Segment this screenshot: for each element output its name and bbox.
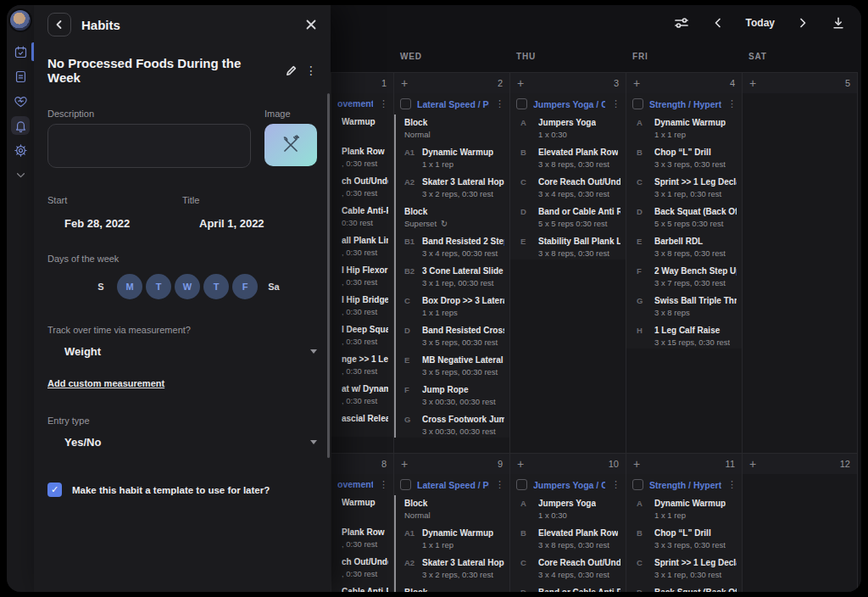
back-button[interactable] bbox=[47, 13, 71, 36]
exercise-row[interactable]: A Dynamic Warmup 1 x 1 rep bbox=[637, 498, 737, 522]
workout-card[interactable]: Jumpers Yoga / Core ⋮ A bbox=[510, 93, 626, 259]
add-workout-button[interactable]: + bbox=[517, 77, 524, 89]
workout-title[interactable]: Strength / Hypertro... bbox=[649, 480, 721, 490]
workout-menu-icon[interactable]: ⋮ bbox=[611, 99, 620, 109]
workout-title[interactable]: Jumpers Yoga / Core bbox=[533, 99, 605, 109]
exercise-row[interactable]: F 2 Way Bench Step Up 3 x 7 reps, 0:30 r… bbox=[637, 265, 737, 289]
exercise-row[interactable]: D Back Squat (Back Off Set) 5 x 5 reps 0… bbox=[637, 587, 737, 592]
exercise-row[interactable]: Block Superset↻ bbox=[404, 587, 504, 592]
health-heart-icon[interactable] bbox=[11, 92, 30, 110]
exercise-row[interactable]: Plank Row , 0:30 rest bbox=[342, 146, 388, 170]
exercise-row[interactable]: A2 Skater 3 Lateral Hops >> ... 3 x 2 re… bbox=[404, 176, 504, 200]
workout-menu-icon[interactable]: ⋮ bbox=[495, 480, 504, 489]
exercise-row[interactable]: D Band or Cable Anti Rotati... 5 x 5 rep… bbox=[520, 206, 620, 230]
day-cell[interactable]: 8 ovement Q... ⋮ bbox=[331, 454, 393, 592]
exercise-row[interactable]: ch Out/Under , 0:30 rest bbox=[342, 556, 388, 580]
workout-checkbox[interactable] bbox=[400, 98, 411, 109]
workout-card[interactable]: Lateral Speed / Plyo ⋮ bbox=[394, 93, 509, 438]
exercise-row[interactable]: C Sprint >> 1 Leg Declarations 3 x 1 rep… bbox=[637, 176, 737, 200]
download-icon[interactable] bbox=[831, 15, 846, 31]
add-workout-button[interactable]: + bbox=[401, 77, 408, 89]
day-pill[interactable]: Sa bbox=[261, 274, 287, 299]
template-checkbox[interactable]: ✓ bbox=[47, 483, 62, 497]
prev-week-chevron-icon[interactable] bbox=[712, 17, 724, 29]
workout-title[interactable]: Strength / Hypertro... bbox=[649, 99, 721, 109]
modal-scrollbar[interactable] bbox=[327, 93, 330, 458]
exercise-row[interactable]: C Core Reach Out/Under 3 x 4 reps, 0:30 … bbox=[520, 557, 620, 581]
description-input[interactable] bbox=[47, 124, 251, 168]
workout-title[interactable]: ovement Q... bbox=[337, 98, 373, 109]
day-pill[interactable]: M bbox=[117, 274, 142, 299]
exercise-row[interactable]: Block Superset↻ bbox=[404, 206, 504, 230]
exercise-row[interactable]: C Box Drop >> 3 Lateral H... 1 x 1 reps bbox=[404, 295, 504, 319]
workout-menu-icon[interactable]: ⋮ bbox=[727, 99, 737, 109]
exercise-row[interactable]: A Dynamic Warmup 1 x 1 rep bbox=[637, 117, 737, 141]
add-workout-button[interactable]: + bbox=[517, 458, 524, 470]
exercise-row[interactable]: nge >> 1 Leg St... , 0:30 rest bbox=[342, 354, 388, 377]
day-pill[interactable]: T bbox=[146, 274, 171, 299]
calendar-check-icon[interactable] bbox=[11, 42, 30, 61]
exercise-row[interactable]: Plank Row , 0:30 rest bbox=[342, 527, 388, 550]
today-button[interactable]: Today bbox=[746, 17, 775, 29]
edit-pencil-icon[interactable] bbox=[286, 65, 297, 76]
exercise-row[interactable]: A2 Skater 3 Lateral Hops >> ... 3 x 2 re… bbox=[404, 557, 504, 581]
habit-image-tile[interactable] bbox=[264, 124, 317, 166]
entry-type-select[interactable]: Yes/No bbox=[47, 436, 317, 449]
add-workout-button[interactable]: + bbox=[633, 77, 640, 89]
habit-menu-icon[interactable]: ⋮ bbox=[305, 64, 317, 76]
workout-menu-icon[interactable]: ⋮ bbox=[379, 99, 388, 109]
workout-card[interactable]: Lateral Speed / Plyo ⋮ bbox=[394, 474, 509, 592]
exercise-row[interactable]: D Back Squat (Back Off Set) 5 x 5 reps 0… bbox=[637, 206, 737, 230]
exercise-row[interactable]: Cable Anti-Rotati... 0:30 rest bbox=[342, 205, 388, 229]
end-date-value[interactable]: April 1, 2022 bbox=[199, 217, 317, 230]
exercise-row[interactable]: all Plank Linear ... , 0:30 rest bbox=[342, 235, 388, 259]
exercise-row[interactable]: at w/ Dynamic P... , 0:30 rest bbox=[342, 383, 388, 407]
exercise-row[interactable]: E Barbell RDL 3 x 8 reps, 0:30 rest bbox=[637, 236, 737, 259]
day-cell[interactable]: 1 ovement Q... ⋮ bbox=[331, 73, 393, 453]
workout-menu-icon[interactable]: ⋮ bbox=[727, 480, 737, 489]
document-icon[interactable] bbox=[11, 67, 30, 86]
exercise-row[interactable]: G Swiss Ball Triple Threat 3 x 8 reps bbox=[637, 295, 737, 319]
day-cell[interactable]: + 11 Strength / Hypertro... ⋮ bbox=[626, 454, 742, 592]
next-week-chevron-icon[interactable] bbox=[797, 17, 809, 29]
day-cell[interactable]: + 4 Strength / Hypertro... ⋮ bbox=[626, 73, 742, 453]
exercise-row[interactable]: E MB Negative Lateral Hop... 3 x 5 reps,… bbox=[404, 354, 504, 378]
add-custom-measurement-link[interactable]: Add custom measurement bbox=[47, 378, 164, 388]
workout-checkbox[interactable] bbox=[516, 479, 527, 490]
exercise-row[interactable]: C Sprint >> 1 Leg Declarations 3 x 1 rep… bbox=[637, 557, 737, 581]
workout-title[interactable]: Jumpers Yoga / Core bbox=[533, 480, 605, 490]
add-workout-button[interactable]: + bbox=[633, 458, 640, 470]
exercise-row[interactable]: Warmup bbox=[342, 497, 388, 521]
start-date-value[interactable]: Feb 28, 2022 bbox=[64, 217, 182, 230]
exercise-row[interactable]: H 1 Leg Calf Raise 3 x 15 reps, 0:30 res… bbox=[637, 325, 737, 349]
day-cell[interactable]: + 9 Lateral Speed / Plyo ⋮ bbox=[393, 454, 509, 592]
exercise-row[interactable]: l Hip Flexor Rais... , 0:30 rest bbox=[342, 265, 388, 288]
day-pill[interactable]: S bbox=[88, 274, 114, 299]
workout-card[interactable]: Jumpers Yoga / Core ⋮ A bbox=[510, 474, 626, 592]
add-workout-button[interactable]: + bbox=[401, 458, 408, 470]
workout-card[interactable]: ovement Q... ⋮ bbox=[331, 93, 393, 437]
measurement-select[interactable]: Weight bbox=[47, 345, 317, 358]
exercise-row[interactable]: D Band or Cable Anti Rotati... 5 x 5 rep… bbox=[520, 587, 620, 592]
user-avatar[interactable] bbox=[8, 8, 32, 32]
workout-checkbox[interactable] bbox=[632, 98, 643, 109]
exercise-row[interactable]: Block Normal bbox=[404, 498, 504, 522]
exercise-row[interactable]: D Band Resisted Crossover... 3 x 5 reps,… bbox=[404, 325, 504, 349]
close-icon[interactable] bbox=[305, 19, 317, 31]
exercise-row[interactable]: B Elevated Plank Row 3 x 8 reps, 0:30 re… bbox=[520, 147, 620, 170]
exercise-row[interactable]: F Jump Rope 3 x 00:30, 00:30 rest bbox=[404, 384, 504, 408]
workout-checkbox[interactable] bbox=[516, 98, 527, 109]
add-workout-button[interactable]: + bbox=[749, 77, 756, 89]
exercise-row[interactable]: B1 Band Resisted 2 Step Late... 3 x 4 re… bbox=[404, 236, 504, 259]
exercise-row[interactable]: Block Normal bbox=[404, 117, 504, 141]
exercise-row[interactable]: C Core Reach Out/Under 3 x 4 reps, 0:30 … bbox=[520, 176, 620, 200]
filters-sliders-icon[interactable] bbox=[673, 14, 690, 31]
day-cell[interactable]: + 5 bbox=[742, 73, 858, 453]
day-pill[interactable]: W bbox=[175, 274, 200, 299]
day-cell[interactable]: + 12 bbox=[742, 454, 858, 592]
day-cell[interactable]: + 2 Lateral Speed / Plyo ⋮ bbox=[393, 73, 509, 453]
exercise-row[interactable]: B Chop “L” Drill 3 x 3 reps, 0:30 rest bbox=[637, 527, 737, 551]
exercise-row[interactable]: A1 Dynamic Warmup 1 x 1 rep bbox=[404, 527, 504, 551]
workout-card[interactable]: Strength / Hypertro... ⋮ A bbox=[626, 93, 742, 349]
workout-card[interactable]: ovement Q... ⋮ bbox=[331, 474, 393, 592]
